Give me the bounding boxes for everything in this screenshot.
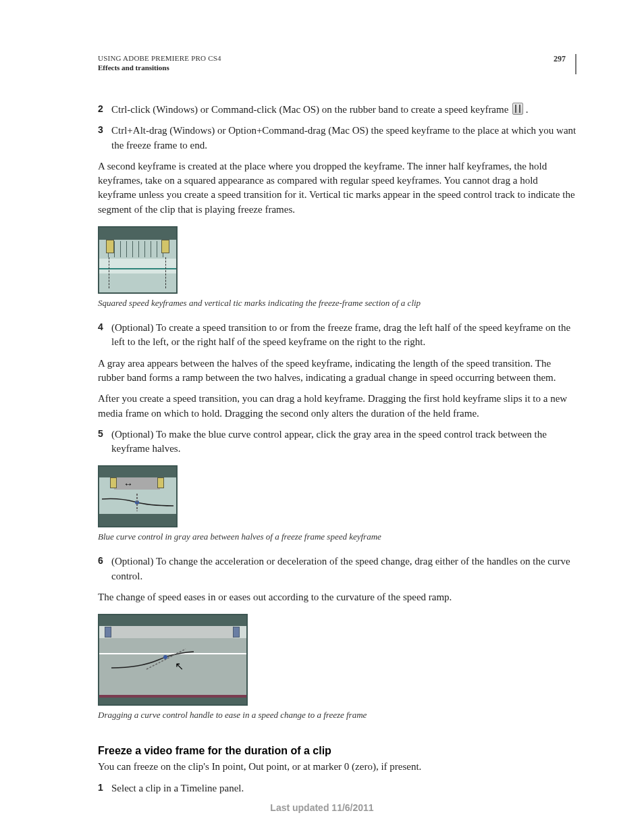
curve-handle-drag-illustration: ↖ bbox=[98, 614, 248, 706]
footer-updated: Last updated 11/6/2011 bbox=[0, 802, 644, 813]
list-item: 2 Ctrl-click (Windows) or Command-click … bbox=[98, 103, 576, 117]
step-text-trailing: . bbox=[526, 104, 529, 115]
running-header: USING ADOBE PREMIERE PRO CS4 Effects and… bbox=[98, 54, 576, 74]
cursor-arrow-icon: ↖ bbox=[175, 660, 184, 673]
step-list-e: 1 Select a clip in a Timeline panel. bbox=[98, 781, 576, 796]
figure-1 bbox=[98, 226, 576, 294]
step-text: Ctrl+Alt-drag (Windows) or Option+Comman… bbox=[111, 124, 576, 153]
list-item: 1 Select a clip in a Timeline panel. bbox=[98, 781, 576, 796]
step-number: 3 bbox=[98, 124, 111, 153]
body-paragraph: A gray area appears between the halves o… bbox=[98, 357, 576, 386]
freeze-frame-tics-illustration bbox=[98, 226, 178, 294]
step-list-d: 6 (Optional) To change the acceleration … bbox=[98, 554, 576, 583]
list-item: 3 Ctrl+Alt-drag (Windows) or Option+Comm… bbox=[98, 124, 576, 153]
step-number: 6 bbox=[98, 554, 111, 583]
step-list-b: 4 (Optional) To create a speed transitio… bbox=[98, 321, 576, 350]
figure-caption: Squared speed keyframes and vertical tic… bbox=[98, 298, 576, 309]
body-paragraph: After you create a speed transition, you… bbox=[98, 392, 576, 421]
page-number: 297 bbox=[554, 54, 570, 74]
list-item: 5 (Optional) To make the blue curve cont… bbox=[98, 427, 576, 457]
subheading: Freeze a video frame for the duration of… bbox=[98, 745, 576, 757]
body-paragraph: The change of speed eases in or eases ou… bbox=[98, 590, 576, 604]
step-number: 4 bbox=[98, 321, 111, 350]
step-text: (Optional) To create a speed transition … bbox=[111, 321, 576, 350]
step-list-c: 5 (Optional) To make the blue curve cont… bbox=[98, 427, 576, 457]
document-title: USING ADOBE PREMIERE PRO CS4 bbox=[98, 54, 221, 62]
step-text: (Optional) To make the blue curve contro… bbox=[111, 427, 576, 457]
list-item: 4 (Optional) To create a speed transitio… bbox=[98, 321, 576, 350]
blue-curve-control-illustration: ↔ bbox=[98, 465, 178, 527]
step-number: 5 bbox=[98, 427, 111, 457]
svg-point-2 bbox=[163, 655, 167, 659]
body-paragraph: You can freeze on the clip's In point, O… bbox=[98, 760, 576, 774]
document-page: USING ADOBE PREMIERE PRO CS4 Effects and… bbox=[0, 0, 644, 829]
step-text: Select a clip in a Timeline panel. bbox=[111, 781, 576, 796]
step-number: 2 bbox=[98, 103, 111, 117]
step-text: Ctrl-click (Windows) or Command-click (M… bbox=[111, 103, 576, 117]
figure-2: ↔ bbox=[98, 465, 576, 527]
step-list-a: 2 Ctrl-click (Windows) or Command-click … bbox=[98, 103, 576, 153]
step-text-main: Ctrl-click (Windows) or Command-click (M… bbox=[111, 104, 511, 115]
step-number: 1 bbox=[98, 781, 111, 796]
figure-3: ↖ bbox=[98, 614, 576, 706]
section-title: Effects and transitions bbox=[98, 63, 221, 72]
figure-caption: Blue curve control in gray area between … bbox=[98, 531, 576, 542]
header-left-block: USING ADOBE PREMIERE PRO CS4 Effects and… bbox=[98, 54, 221, 72]
header-rule bbox=[575, 54, 576, 74]
page-number-block: 297 bbox=[554, 54, 576, 74]
figure-caption: Dragging a curve control handle to ease … bbox=[98, 710, 576, 721]
step-text: (Optional) To change the acceleration or… bbox=[111, 554, 576, 583]
speed-keyframe-icon bbox=[512, 103, 523, 115]
list-item: 6 (Optional) To change the acceleration … bbox=[98, 554, 576, 583]
body-paragraph: A second keyframe is created at the plac… bbox=[98, 159, 576, 217]
